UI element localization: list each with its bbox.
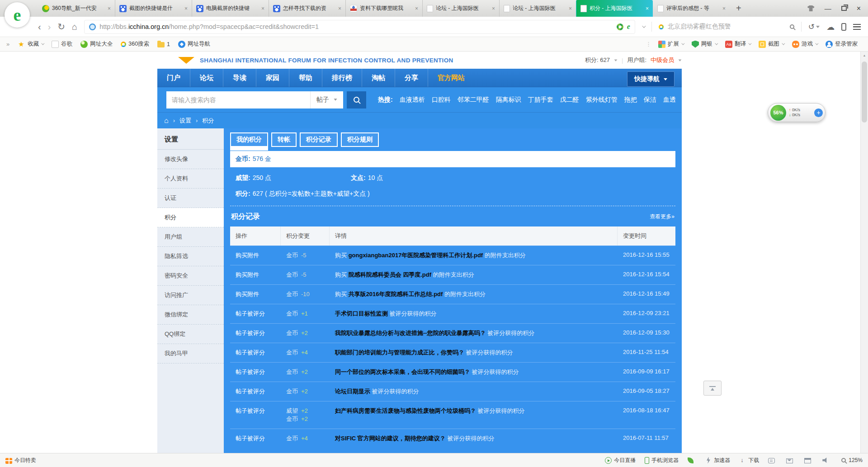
quick-nav-button[interactable]: 快捷導航 [627,71,675,87]
breadcrumb-item[interactable]: 积分 [202,117,214,125]
thread-link[interactable]: gongxiangban2017年医院感染管理科工作计划.pdf [349,252,483,259]
e-extension-icon[interactable]: e [627,23,630,31]
sidebar-item[interactable]: 隐私筛选 [157,247,224,266]
page-scrollbar[interactable]: ▲ [860,52,868,453]
toolbar-tool[interactable]: 游戏 [788,40,821,48]
browser-tab[interactable]: 截图的快捷键是什 × [115,0,192,17]
thread-link[interactable]: 手术切口目标性监测 [335,310,388,317]
sidebar-item[interactable]: 积分 [157,208,224,227]
nav-item[interactable]: 淘帖 [362,69,395,87]
bookmark-item[interactable]: 1 [153,40,174,48]
hot-search-link[interactable]: 血液透析 [400,96,425,104]
credit-tab[interactable]: 积分规则 [341,132,379,147]
tab-close-icon[interactable]: × [722,5,726,12]
toolbar-tool[interactable]: 截图 [755,40,788,48]
sidebar-item[interactable]: 认证 [157,189,224,208]
credit-tab[interactable]: 我的积分 [230,132,268,147]
browser-tab[interactable]: 360导航_新一代安 × [38,0,115,17]
cloud-sync-icon[interactable]: ☁ [826,22,835,32]
browser-search-box[interactable]: 北京启动雾霾红色预警 [659,23,794,31]
browser-logo-icon[interactable]: e [5,2,30,28]
search-magnifier-icon[interactable] [790,24,794,29]
back-icon[interactable]: ‹ [38,22,41,32]
screenshot-aperture-icon[interactable] [617,24,623,30]
mobile-icon[interactable] [841,23,846,31]
bookmark-item[interactable]: 360搜索 [117,40,153,48]
status-item[interactable]: 加速器 [705,457,730,464]
nav-item[interactable]: 导读 [223,69,256,87]
thread-link[interactable]: 妇产科病房需要生活废物与感染性废物两个垃圾桶吗？ [335,407,476,414]
new-tab-button[interactable]: + [730,3,748,14]
sidebar-item[interactable]: 密码安全 [157,266,224,286]
menu-icon[interactable] [853,24,861,30]
thread-link[interactable]: 职能部门的培训能力与管理能力成正比，你赞吗？ [335,349,464,356]
sidebar-item[interactable]: 用户组 [157,227,224,247]
browser-tab[interactable]: 资料下载哪里呢我 × [345,0,422,17]
home-icon[interactable]: ⌂ [72,22,77,32]
scroll-to-top-button[interactable] [703,381,722,396]
status-item[interactable] [688,457,696,464]
minimize-button[interactable]: — [825,6,831,11]
tab-close-icon[interactable]: × [569,5,572,12]
browser-tab[interactable]: 评审后的感想 - 等 × [653,0,730,17]
thread-link[interactable]: 院感科院感科委员会 四季度.pdf [349,271,431,278]
hot-search-link[interactable]: 保洁 [644,96,656,104]
forum-search-input[interactable] [166,91,310,108]
status-item[interactable] [786,457,795,464]
status-item[interactable] [768,457,777,464]
search-button[interactable] [347,91,366,108]
scrollbar-thumb[interactable] [862,61,867,123]
nav-item[interactable]: 分享 [395,69,428,87]
browser-tab[interactable]: 论坛 - 上海国际医 × [422,0,499,17]
nav-item[interactable]: 家园 [256,69,289,87]
tab-close-icon[interactable]: × [184,5,188,12]
nav-item[interactable]: 排行榜 [322,69,362,87]
status-item[interactable]: 下载 [739,457,759,464]
daily-deals-item[interactable]: 今日特卖 [5,457,36,464]
sidebar-item[interactable]: 个人资料 [157,169,224,189]
browser-tab[interactable]: 论坛 - 上海国际医 × [499,0,576,17]
toolbar-tool[interactable]: 扩展 [654,40,688,48]
nav-item[interactable]: 门户 [157,69,190,87]
tab-close-icon[interactable]: × [338,5,341,12]
status-item[interactable] [804,457,813,464]
refresh-icon[interactable]: ↻ [57,21,65,32]
speed-widget[interactable]: 56% ↑ 0K/s ↓ 0K/s + [768,103,826,122]
url-field[interactable]: http://bbs.icchina.org.cn/home.php?mod=s… [84,20,635,34]
tab-close-icon[interactable]: × [415,5,418,12]
user-group-value[interactable]: 中级会员 [651,56,674,64]
zoom-control[interactable]: 125% [841,457,863,463]
hot-search-link[interactable]: 紫外线灯管 [586,96,618,104]
hot-search-link[interactable]: 拖把 [624,96,637,104]
thread-link[interactable]: 共享版2016年度院感科工作总结.pdf [349,291,443,297]
view-more-link[interactable]: 查看更多» [650,213,675,221]
hot-search-link[interactable]: 戊二醛 [560,96,579,104]
skin-icon[interactable] [807,5,815,11]
nav-item[interactable]: 官方网站 [428,69,474,87]
credit-tab[interactable]: 积分记录 [300,132,338,147]
status-item[interactable]: 手机浏览器 [645,457,679,464]
chevron-down-icon[interactable] [614,59,618,61]
breadcrumb-home-icon[interactable]: ⌂ [164,117,169,125]
toolbar-tool[interactable]: 登录管家 [821,40,862,48]
thread-link[interactable]: 同一个部位的两次标本采集，会出现不同的细菌吗？ [335,368,470,375]
add-widget-button[interactable]: + [814,108,823,117]
sidebar-item[interactable]: 访问推广 [157,286,224,305]
close-window-button[interactable]: × [857,5,861,13]
url-dropdown-icon[interactable] [642,24,646,28]
forward-icon[interactable]: › [48,22,51,32]
collapse-toolbar-icon[interactable]: » [6,41,9,47]
hot-search-link[interactable]: 隔离标识 [496,96,521,104]
chevron-down-icon[interactable] [679,59,682,61]
browser-tab[interactable]: 电脑截屏的快捷键 × [192,0,269,17]
credit-tab[interactable]: 转帐 [271,132,297,147]
hot-search-link[interactable]: 口腔科 [432,96,451,104]
status-item[interactable]: 今日直播 [605,457,636,464]
browser-tab[interactable]: 积分 - 上海国际医 × [576,0,653,17]
hot-search-link[interactable]: 丁腈手套 [528,96,553,104]
thread-link[interactable]: 论坛日期显示 [335,388,370,395]
status-item[interactable] [822,457,831,464]
toolbar-tool[interactable]: 网银 [688,40,721,48]
tab-close-icon[interactable]: × [261,5,264,12]
sidebar-item[interactable]: 我的马甲 [157,344,224,363]
